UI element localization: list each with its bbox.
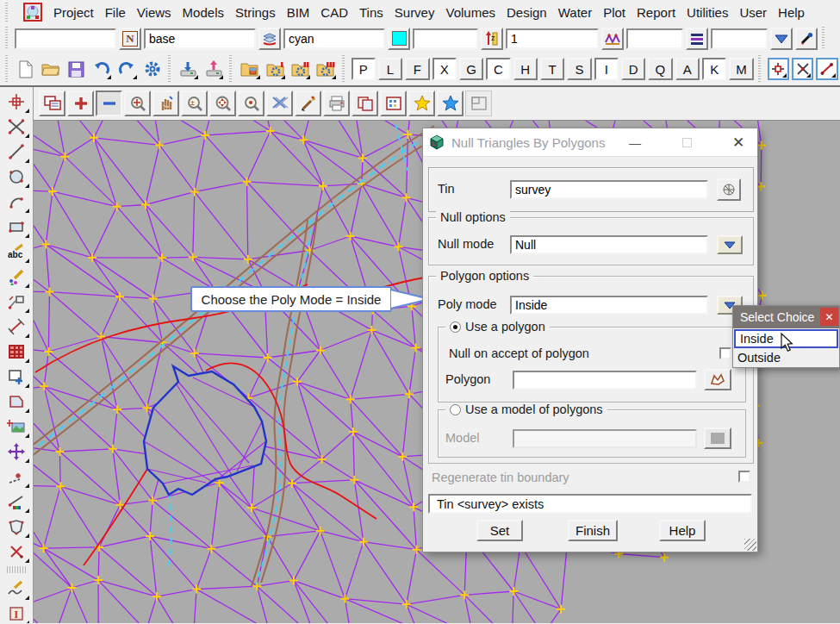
- menu-file[interactable]: File: [105, 5, 126, 20]
- intersect-button[interactable]: [3, 114, 30, 139]
- height-z-button[interactable]: z: [481, 28, 503, 50]
- zoom-out-button[interactable]: [96, 90, 122, 116]
- copy-view-button[interactable]: [352, 90, 378, 116]
- undo-button[interactable]: [90, 58, 113, 81]
- create-point-button[interactable]: [3, 89, 30, 114]
- toggle-x-button[interactable]: X: [432, 58, 457, 80]
- menu-design[interactable]: Design: [507, 5, 547, 20]
- model-view-canvas[interactable]: Choose the Poly Mode = Inside 12 Null Tr…: [34, 120, 840, 623]
- create-rectangle-button[interactable]: [3, 214, 30, 239]
- toggle-faces-button[interactable]: F: [405, 58, 429, 80]
- poly-mode-input[interactable]: [510, 296, 708, 315]
- tin-select-button[interactable]: [717, 178, 741, 201]
- menu-project[interactable]: Project: [53, 5, 94, 20]
- translate-move-button[interactable]: [3, 439, 30, 464]
- use-polygon-radio[interactable]: [450, 321, 461, 333]
- draw-pencil-button[interactable]: [3, 264, 30, 289]
- menu-volumes[interactable]: Volumes: [445, 5, 495, 20]
- weight-input[interactable]: [506, 28, 599, 49]
- menu-cad[interactable]: CAD: [320, 5, 348, 20]
- help-button[interactable]: Help: [659, 520, 706, 541]
- pan-hand-button[interactable]: [152, 90, 179, 116]
- tinability-dropdown-button[interactable]: [770, 28, 793, 50]
- toggle-k-button[interactable]: K: [702, 58, 726, 80]
- menu-water[interactable]: Water: [558, 5, 592, 20]
- toolbar-grip[interactable]: [822, 27, 827, 50]
- set-button[interactable]: Set: [476, 520, 523, 541]
- toolbar-grip[interactable]: [229, 55, 234, 83]
- freehand-draw-button[interactable]: [3, 576, 30, 601]
- redraw-brush-button[interactable]: [295, 90, 321, 116]
- plot-print-button[interactable]: [323, 90, 350, 116]
- colour-swatch-button[interactable]: [388, 28, 410, 50]
- export-data-button[interactable]: [202, 58, 225, 81]
- tinability-input[interactable]: [711, 28, 768, 49]
- toolbar-grip[interactable]: [758, 55, 763, 83]
- polygon-pick-button[interactable]: [704, 369, 731, 390]
- save-button[interactable]: [65, 58, 88, 81]
- view-grid-button[interactable]: [380, 90, 407, 116]
- menu-plot[interactable]: Plot: [603, 5, 625, 20]
- corner-window-button[interactable]: [465, 90, 492, 116]
- select-choice-close-icon[interactable]: ✕: [820, 308, 838, 326]
- toolbar-grip[interactable]: [5, 3, 10, 22]
- model-folder-button[interactable]: [239, 58, 261, 81]
- colour-input[interactable]: [283, 28, 385, 49]
- create-line-button[interactable]: [3, 139, 30, 164]
- toolbar-grip[interactable]: [5, 55, 10, 83]
- toolbar-grip[interactable]: [168, 55, 173, 83]
- macro-1-button[interactable]: [264, 58, 287, 81]
- toggle-lines-button[interactable]: L: [378, 58, 402, 80]
- cad-text-input[interactable]: [15, 28, 116, 49]
- text-insert-button[interactable]: I: [3, 601, 30, 623]
- height-input[interactable]: [413, 28, 478, 49]
- tin-input[interactable]: [510, 180, 708, 199]
- toggle-d-button[interactable]: D: [621, 58, 645, 80]
- symbol-insert-button[interactable]: [3, 289, 30, 314]
- menu-survey[interactable]: Survey: [395, 5, 435, 20]
- delete-cross-button[interactable]: [3, 539, 30, 564]
- menu-utilities[interactable]: Utilities: [687, 5, 728, 20]
- toggle-points-button[interactable]: P: [352, 58, 376, 80]
- cad-text-style-button[interactable]: N: [119, 28, 141, 50]
- favourite-blue-star-button[interactable]: [437, 90, 464, 116]
- menu-report[interactable]: Report: [637, 5, 675, 20]
- colour-line-button[interactable]: [3, 489, 30, 514]
- toolbar-grip[interactable]: [342, 55, 347, 83]
- dialog-titlebar[interactable]: 12 Null Triangles By Polygons — ✕: [423, 128, 757, 157]
- menu-user[interactable]: User: [739, 5, 767, 20]
- create-arc-button[interactable]: [3, 189, 30, 214]
- toggle-t-button[interactable]: T: [540, 58, 564, 80]
- toggle-c-button[interactable]: C: [486, 58, 510, 80]
- linestyle-input[interactable]: [626, 28, 683, 49]
- redo-button[interactable]: [115, 58, 138, 81]
- toggle-s-button[interactable]: S: [567, 58, 591, 80]
- model-layers-button[interactable]: [258, 28, 281, 50]
- open-folder-button[interactable]: [40, 58, 62, 81]
- favourite-yellow-star-button[interactable]: [408, 90, 435, 116]
- menu-bim[interactable]: BIM: [287, 5, 310, 20]
- menu-tins[interactable]: Tins: [359, 5, 383, 20]
- create-circle-button[interactable]: [3, 164, 30, 189]
- zoom-point-button[interactable]: [238, 90, 264, 116]
- window-copy-button[interactable]: [3, 364, 30, 389]
- menu-strings[interactable]: Strings: [235, 5, 276, 20]
- intersect-snap-button[interactable]: [792, 58, 813, 80]
- dialog-resize-grip[interactable]: [744, 539, 756, 551]
- settings-gear-button[interactable]: [141, 58, 164, 81]
- polygon-create-button[interactable]: [3, 389, 30, 414]
- toggle-h-button[interactable]: H: [513, 58, 538, 80]
- image-insert-button[interactable]: [3, 414, 30, 439]
- maximize-button[interactable]: [669, 128, 704, 157]
- linestyle-button[interactable]: [686, 28, 708, 50]
- zoom-extents-button[interactable]: [124, 90, 151, 116]
- fit-view-button[interactable]: [209, 90, 236, 116]
- toggle-i-button[interactable]: I: [594, 58, 619, 80]
- point-along-button[interactable]: [3, 464, 30, 489]
- toggle-m-button[interactable]: M: [729, 58, 753, 80]
- polygon-input[interactable]: [513, 371, 697, 390]
- null-mode-input[interactable]: [510, 235, 708, 254]
- macro-3-button[interactable]: [314, 58, 337, 81]
- eyedropper-button[interactable]: [795, 28, 818, 50]
- redraw-cross-button[interactable]: [266, 90, 293, 116]
